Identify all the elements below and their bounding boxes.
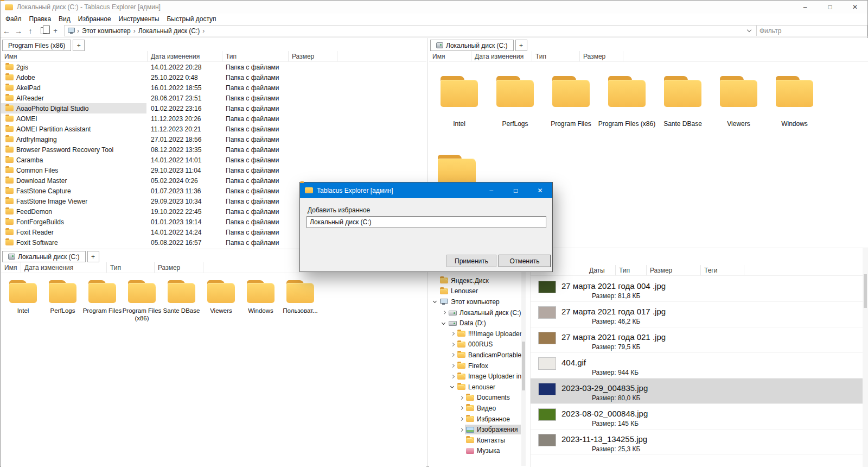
- menu-item[interactable]: Быстрый доступ: [163, 14, 220, 24]
- file-row[interactable]: AOMEI Partition Assistant 11.12.2023 20:…: [1, 124, 426, 134]
- add-tab-button[interactable]: +: [51, 27, 60, 35]
- column-header[interactable]: Теги: [701, 265, 744, 275]
- new-tab-button[interactable]: +: [515, 40, 527, 51]
- tree-item[interactable]: BandicamPortable: [429, 350, 521, 361]
- tree-item[interactable]: Избранное: [429, 414, 513, 425]
- tab-local-disk-c[interactable]: Локальный диск (C:): [2, 251, 86, 262]
- folder-item[interactable]: Program Files (x86): [599, 62, 655, 128]
- tree-expander-icon[interactable]: [458, 435, 465, 445]
- dialog-titlebar[interactable]: Tablacus Explorer [админ] – □ ✕: [300, 182, 552, 198]
- file-row[interactable]: 27 марта 2021 года 017 .jpg Размер: 46,2…: [531, 302, 863, 327]
- tree-item[interactable]: Lenouser: [429, 382, 499, 393]
- column-header[interactable]: Дата изменения: [471, 51, 532, 61]
- tree-item[interactable]: Этот компьютер: [429, 296, 503, 307]
- file-row[interactable]: 27 марта 2021 года 004 .jpg Размер: 81,8…: [531, 276, 863, 302]
- folder-item[interactable]: Sante DBase: [655, 62, 711, 128]
- file-row[interactable]: 2023-08-02_000848.jpg Размер: 145 КБ: [531, 404, 863, 430]
- folder-item[interactable]: Windows: [241, 273, 280, 323]
- folder-item[interactable]: Program Files: [82, 273, 122, 323]
- file-row[interactable]: AoaoPhoto Digital Studio 01.02.2022 23:1…: [1, 103, 426, 113]
- column-header[interactable]: Тип: [532, 51, 580, 61]
- folder-item[interactable]: Viewers: [711, 62, 767, 128]
- cancel-button[interactable]: Отменить: [499, 255, 551, 267]
- tree-item[interactable]: Documents: [429, 393, 513, 403]
- file-row[interactable]: Common Files 29.10.2023 11:04 Папка с фа…: [1, 165, 426, 175]
- file-row[interactable]: 2023-11-13_134255.jpg Размер: 25,3 КБ: [531, 430, 863, 455]
- folder-item[interactable]: Windows: [767, 62, 822, 128]
- tree-item[interactable]: Изображения: [429, 424, 521, 435]
- tab-local-disk-c[interactable]: Локальный диск (C:): [430, 40, 514, 51]
- tree-item[interactable]: Data (D:): [429, 318, 489, 329]
- tree-expander-icon[interactable]: [450, 339, 456, 350]
- scrollbar-thumb[interactable]: [864, 274, 867, 308]
- tree-scrollbar[interactable]: [521, 265, 526, 466]
- back-button[interactable]: ←: [1, 25, 12, 37]
- breadcrumb-segment-this-pc[interactable]: Этот компьютер: [80, 27, 133, 35]
- dialog-close-button[interactable]: ✕: [528, 182, 552, 198]
- tree-expander-icon[interactable]: [432, 286, 439, 296]
- file-row[interactable]: Browser Password Recovery Tool 08.12.202…: [1, 144, 426, 155]
- scrollbar-thumb[interactable]: [522, 342, 525, 390]
- forward-button[interactable]: →: [12, 25, 24, 37]
- folder-icon-partial[interactable]: [436, 155, 477, 186]
- menu-item[interactable]: Файл: [2, 14, 25, 24]
- breadcrumb[interactable]: › Этот компьютер › Локальный диск (C:) ›: [64, 25, 757, 36]
- column-header[interactable]: Размер: [580, 51, 623, 61]
- tree-item[interactable]: Яндекс.Диск: [429, 275, 492, 286]
- tree-item[interactable]: Музыка: [429, 446, 503, 457]
- tree-item[interactable]: 000RUS: [429, 339, 496, 350]
- folder-item[interactable]: Viewers: [201, 273, 241, 323]
- apply-button[interactable]: Применить: [446, 255, 496, 267]
- maximize-button[interactable]: □: [818, 1, 843, 14]
- file-row[interactable]: 404.gif Размер: 944 КБ: [531, 353, 863, 378]
- tree-expander-icon[interactable]: [450, 371, 456, 382]
- file-row[interactable]: ArdfryImaging 27.01.2022 18:56 Папка с ф…: [1, 134, 426, 144]
- column-header[interactable]: Имя: [1, 51, 148, 61]
- new-tab-button[interactable]: +: [73, 40, 85, 51]
- tree-expander-icon[interactable]: [450, 329, 456, 339]
- tree-expander-icon[interactable]: [432, 296, 439, 307]
- tree-expander-icon[interactable]: [458, 393, 465, 403]
- tree-item[interactable]: Image Uploader injob: [429, 371, 521, 382]
- folder-item[interactable]: Пользоват...: [280, 273, 320, 323]
- folder-item[interactable]: Intel: [431, 62, 487, 128]
- column-header[interactable]: Имя: [1, 262, 21, 273]
- tree-item[interactable]: Firefox: [429, 361, 492, 371]
- tree-expander-icon[interactable]: [458, 425, 465, 435]
- folder-item[interactable]: Sante DBase: [162, 273, 201, 323]
- menu-item[interactable]: Избранное: [74, 14, 115, 24]
- new-tab-button[interactable]: +: [87, 251, 99, 262]
- dialog-minimize-button[interactable]: –: [479, 182, 503, 198]
- breadcrumb-segment-local-disk-c[interactable]: Локальный диск (C:): [136, 27, 202, 35]
- file-row[interactable]: 2gis 14.01.2022 20:28 Папка с файлами: [1, 62, 426, 72]
- tree-item[interactable]: Lenouser: [429, 286, 481, 297]
- folder-item[interactable]: Intel: [3, 273, 43, 323]
- file-row[interactable]: AkelPad 16.01.2022 18:55 Папка с файлами: [1, 83, 426, 93]
- tree-item[interactable]: Контакты: [429, 435, 508, 446]
- column-header[interactable]: Тип: [107, 262, 155, 273]
- tree-expander-icon[interactable]: [441, 318, 448, 329]
- column-header[interactable]: Даты: [586, 265, 616, 275]
- file-row[interactable]: 27 марта 2021 года 021 .jpg Размер: 79,5…: [531, 327, 863, 353]
- menu-item[interactable]: Инструменты: [115, 14, 163, 24]
- file-row[interactable]: Adobe 25.10.2022 0:48 Папка с файлами: [1, 72, 426, 83]
- folder-item[interactable]: Program Files: [543, 62, 599, 128]
- column-header[interactable]: Размер: [289, 51, 337, 61]
- column-header[interactable]: Размер: [647, 265, 701, 275]
- tree-expander-icon[interactable]: [450, 361, 456, 371]
- file-row[interactable]: Caramba 14.01.2022 14:01 Папка с файлами: [1, 155, 426, 165]
- tree-expander-icon[interactable]: [458, 403, 465, 413]
- tree-expander-icon[interactable]: [458, 414, 465, 424]
- new-window-icon[interactable]: [41, 27, 47, 34]
- folder-item[interactable]: PerfLogs: [43, 273, 82, 323]
- tree-expander-icon[interactable]: [432, 275, 439, 286]
- folder-item[interactable]: PerfLogs: [487, 62, 543, 128]
- tree-expander-icon[interactable]: [450, 350, 456, 360]
- column-header[interactable]: Имя: [429, 51, 471, 61]
- minimize-button[interactable]: –: [793, 1, 818, 14]
- dialog-maximize-button[interactable]: □: [503, 182, 528, 198]
- tree-expander-icon[interactable]: [441, 307, 448, 318]
- tree-item[interactable]: !!!!Image Uploader Nig...: [429, 329, 521, 339]
- favorite-name-input[interactable]: [307, 216, 546, 228]
- up-button[interactable]: ↑: [24, 25, 36, 37]
